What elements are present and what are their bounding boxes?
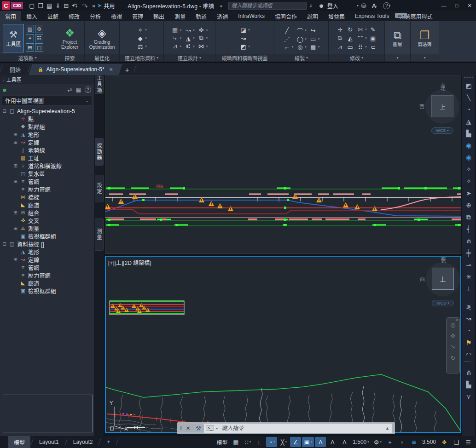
store-cart-icon[interactable]: ⛁ xyxy=(359,2,369,9)
annotation-autoscale-toggle[interactable]: Λ xyxy=(327,437,338,447)
share-button[interactable]: ➤ 共用 xyxy=(97,2,115,10)
tree-item[interactable]: ⌗ 壓力管網 xyxy=(0,271,94,279)
tree-item[interactable]: ⊞ ↝ 定線 xyxy=(0,138,94,146)
ortho-toggle[interactable]: ∟ xyxy=(254,437,265,447)
superelevation-warning-icon[interactable] xyxy=(372,206,377,211)
toolspace-side-tab[interactable]: 工具箱 xyxy=(95,75,104,94)
new-file-icon[interactable]: ▢ xyxy=(27,2,35,9)
draw-tool[interactable]: ◎▾ xyxy=(296,44,307,51)
customization-menu[interactable]: ☰ xyxy=(463,437,474,447)
toolspace-side-tab[interactable]: 設定 xyxy=(95,175,104,202)
transparent-command-icon[interactable]: ◠ xyxy=(463,349,474,361)
layout1-tab[interactable]: Layout1 xyxy=(34,436,64,448)
profile-view-tool[interactable]: ◩▾ xyxy=(239,43,250,50)
tab-close-icon[interactable]: ✕ xyxy=(109,67,113,73)
tree-expander-icon[interactable]: ⊞ xyxy=(13,257,18,262)
annotation-monitor[interactable]: + xyxy=(384,437,395,447)
tree-item[interactable]: ⋈ 橋樑 xyxy=(0,193,94,201)
layers-button[interactable]: ⧉ 圖層 xyxy=(388,29,407,47)
create-design-tool[interactable]: ◮▾ xyxy=(184,34,195,42)
modify-tool[interactable]: ✛ xyxy=(336,26,344,33)
maximize-button[interactable]: □ xyxy=(450,0,463,11)
palette-mini-button[interactable]: ▢ xyxy=(35,43,43,52)
tree-item[interactable]: ⊞ ⟁ 測量 xyxy=(0,224,94,232)
isolate-objects[interactable]: ▫ xyxy=(396,437,407,447)
new-layout-button[interactable]: + xyxy=(101,436,116,448)
transparent-command-icon[interactable]: ⚑ xyxy=(463,337,474,349)
superelevation-warning-icon[interactable] xyxy=(354,204,360,209)
ground-data-tool[interactable]: ✧▾ xyxy=(136,27,147,34)
command-input-field[interactable]: >_ ▾ ▲ xyxy=(204,424,392,433)
toolspace-toggle-button[interactable]: ⚒ 工具區 xyxy=(3,24,24,52)
annotation-visibility-toggle[interactable]: Λ xyxy=(315,437,326,447)
view-selector-dropdown[interactable]: 作用中圖面視圖⌄ xyxy=(2,96,92,105)
create-design-tool[interactable]: ⧉▾ xyxy=(197,34,208,42)
tree-item[interactable]: ▦ 工址 xyxy=(0,154,94,162)
transparent-command-icon[interactable]: ╲ xyxy=(463,92,474,103)
ribbon-tab[interactable]: 增益集 xyxy=(323,11,350,21)
modify-tool[interactable]: ▣ xyxy=(369,34,377,43)
transparent-command-icon[interactable]: ⋔ xyxy=(463,367,474,379)
clean-screen[interactable]: ❏ xyxy=(451,437,462,447)
grading-optimization-button[interactable]: ◈ Grading Optimization xyxy=(87,27,116,50)
autodesk-a-icon[interactable]: A▾ xyxy=(369,2,379,9)
transparent-command-icon[interactable]: ✧ xyxy=(463,175,474,187)
create-design-tool[interactable]: ⑆▾ xyxy=(184,43,195,50)
toolspace-side-tab[interactable]: 探勘器 xyxy=(95,138,104,166)
modify-tool[interactable]: ⌒▾ xyxy=(356,34,367,43)
modify-tool[interactable]: ⊿ xyxy=(336,44,344,51)
superelevation-warning-icon[interactable] xyxy=(105,204,110,209)
viewcube-top-face[interactable]: 上 xyxy=(431,95,453,117)
ribbon-tab[interactable]: InfraWorks xyxy=(233,11,270,21)
tree-item[interactable]: ◮ 地形 xyxy=(0,248,94,256)
ribbon-tab[interactable]: 常用 xyxy=(0,11,21,21)
tree-item[interactable]: ❖ 點群組 xyxy=(0,123,94,131)
close-button[interactable]: ✕ xyxy=(463,0,476,11)
ribbon-tab[interactable]: 註解 xyxy=(42,11,64,21)
modify-tool[interactable]: ↻ xyxy=(346,26,354,33)
drawing-tab[interactable]: 🔒 Align-Superelevation-5* ✕ xyxy=(30,64,121,75)
clipboard-button[interactable]: ❐ 剪貼簿 xyxy=(413,29,436,47)
elevation-value[interactable]: 3.500 xyxy=(420,437,438,447)
palette-mini-button[interactable]: ▥ xyxy=(26,25,34,33)
open-file-icon[interactable]: ❒ xyxy=(35,2,44,9)
create-design-tool[interactable]: ⋈▾ xyxy=(197,43,208,50)
transparent-command-icon[interactable]: ↝ xyxy=(463,313,474,325)
title-overflow-arrow[interactable]: ▸ xyxy=(221,3,223,8)
viewport-top[interactable]: 指為 上 北 南 西 東 WCS▾ xyxy=(105,75,461,254)
create-design-tool[interactable]: ▦▾ xyxy=(171,27,182,34)
draw-tool[interactable]: ▭▾ xyxy=(309,36,320,43)
qat-more-icon[interactable]: » xyxy=(90,2,96,9)
ribbon-display-toggle[interactable]: ▬ ▾ xyxy=(395,13,407,18)
command-prompt-icon[interactable]: >_ xyxy=(206,425,214,431)
tree-item[interactable]: ⊞ ↝ 定線 xyxy=(0,256,94,264)
save-icon[interactable]: ▤ xyxy=(44,2,53,9)
transparent-command-icon[interactable]: ╪ xyxy=(463,247,474,259)
superelevation-warning-icon[interactable] xyxy=(199,197,204,202)
transparent-command-icon[interactable]: ◉ xyxy=(463,151,474,163)
plot-icon[interactable]: ⊟ xyxy=(61,2,70,9)
elevation-icon[interactable]: ≋ xyxy=(408,437,419,447)
tree-expander-icon[interactable]: ⊞ xyxy=(13,226,18,231)
modify-tool[interactable]: ◭ xyxy=(346,34,354,43)
ribbon-tab[interactable]: Express Tools xyxy=(350,11,394,21)
user-icon[interactable]: ☻ xyxy=(315,2,327,9)
superelevation-warning-icon[interactable] xyxy=(343,202,348,207)
command-tools-icon[interactable]: ⚒ xyxy=(196,425,201,432)
annotation-scale[interactable]: 1:500▾ xyxy=(351,437,371,447)
viewport-bottom-active[interactable]: [+][上][2D 線架構] xyxy=(105,256,461,433)
tree-item[interactable]: ✛ 點 xyxy=(0,115,94,123)
tree-item[interactable]: ▣ 檢視框群組 xyxy=(0,232,94,240)
tree-item[interactable]: ⊞ ◮ 地形 xyxy=(0,131,94,138)
toolspace-help-icon[interactable]: ? xyxy=(85,86,91,93)
draw-tool[interactable]: ▩▾ xyxy=(309,44,320,51)
ground-data-tool[interactable]: ⚖▾ xyxy=(136,43,147,50)
viewcube-top-face[interactable]: 上 xyxy=(432,268,454,290)
transparent-command-icon[interactable]: ▙ xyxy=(463,379,474,391)
tree-expander-icon[interactable]: ⊞ xyxy=(13,163,18,168)
tree-item[interactable]: ʃ 地勢線 xyxy=(0,146,94,154)
transparent-command-icon[interactable]: ◔ xyxy=(463,325,474,337)
search-icon[interactable]: ⌕ xyxy=(307,2,315,9)
ribbon-tab[interactable]: 分析 xyxy=(85,11,106,21)
annotation-icon[interactable]: Λ xyxy=(339,437,350,447)
